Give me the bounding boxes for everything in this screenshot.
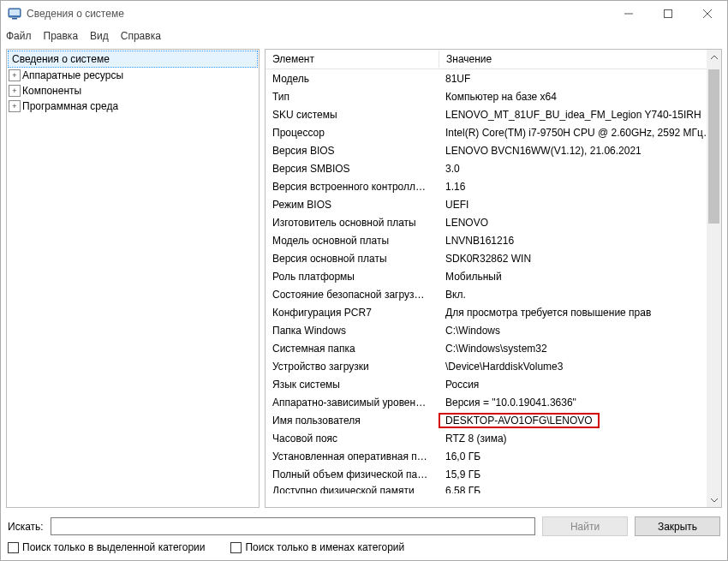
scroll-up-button[interactable]	[707, 50, 721, 64]
property-name: Полный объем физической па…	[266, 467, 439, 482]
table-row[interactable]: Роль платформыМобильный	[266, 267, 721, 285]
property-value: Мобильный	[439, 269, 721, 284]
tree-item-label: Программная среда	[22, 100, 118, 112]
scroll-thumb[interactable]	[708, 69, 719, 224]
table-row[interactable]: Состояние безопасной загруз…Вкл.	[266, 285, 721, 303]
table-row[interactable]: Версия SMBIOS3.0	[266, 159, 721, 177]
property-name: Режим BIOS	[266, 197, 439, 212]
category-tree[interactable]: Сведения о системе +Аппаратные ресурсы+К…	[6, 49, 260, 508]
table-row[interactable]: Полный объем физической па…15,9 ГБ	[266, 465, 721, 483]
menu-view[interactable]: Вид	[90, 30, 109, 42]
table-row[interactable]: Установленная оперативная п…16,0 ГБ	[266, 447, 721, 465]
table-row[interactable]: Аппаратно-зависимый уровен…Версия = "10.…	[266, 393, 721, 411]
expand-icon[interactable]: +	[9, 100, 21, 112]
property-value: Компьютер на базе x64	[439, 89, 721, 104]
tree-root[interactable]: Сведения о системе	[8, 51, 258, 68]
table-row[interactable]: Модель81UF	[266, 69, 721, 87]
tree-item-label: Компоненты	[22, 85, 81, 97]
table-row[interactable]: SKU системыLENOVO_MT_81UF_BU_idea_FM_Leg…	[266, 105, 721, 123]
detail-pane: Элемент Значение Модель81UFТипКомпьютер …	[265, 49, 722, 508]
table-row[interactable]: Язык системыРоссия	[266, 375, 721, 393]
property-value: DESKTOP-AVO1OFG\LENOVO	[439, 413, 721, 428]
property-value: C:\Windows	[439, 323, 721, 338]
property-name: Роль платформы	[266, 269, 439, 284]
scroll-down-button[interactable]	[707, 492, 721, 507]
property-name: SKU системы	[266, 107, 439, 122]
property-name: Модель основной платы	[266, 233, 439, 248]
table-row[interactable]: ПроцессорIntel(R) Core(TM) i7-9750H CPU …	[266, 123, 721, 141]
property-name: Версия основной платы	[266, 251, 439, 266]
table-row[interactable]: Модель основной платыLNVNB161216	[266, 231, 721, 249]
titlebar: Сведения о системе	[1, 1, 727, 27]
table-row[interactable]: Имя пользователяDESKTOP-AVO1OFG\LENOVO	[266, 411, 721, 429]
expand-icon[interactable]: +	[9, 69, 21, 81]
column-header-value[interactable]: Значение	[439, 51, 721, 68]
property-name: Модель	[266, 71, 439, 87]
checkbox-box-icon	[8, 542, 19, 553]
tree-item[interactable]: +Программная среда	[7, 98, 259, 114]
table-row[interactable]: ТипКомпьютер на базе x64	[266, 87, 721, 105]
find-button[interactable]: Найти	[542, 516, 628, 536]
menu-help[interactable]: Справка	[121, 30, 161, 42]
property-name: Папка Windows	[266, 323, 439, 338]
table-row[interactable]: Версия основной платыSDK0R32862 WIN	[266, 249, 721, 267]
property-value: Intel(R) Core(TM) i7-9750H CPU @ 2.60GHz…	[439, 125, 721, 140]
checkbox-selected-category[interactable]: Поиск только в выделенной категории	[8, 541, 205, 553]
checkbox-label: Поиск только в именах категорий	[245, 541, 404, 553]
maximize-button[interactable]	[648, 1, 688, 27]
property-name: Аппаратно-зависимый уровен…	[266, 395, 439, 410]
checkbox-box-icon	[230, 542, 242, 553]
property-value: C:\Windows\system32	[439, 341, 721, 356]
property-value: 81UF	[439, 71, 721, 87]
property-value: Версия = "10.0.19041.3636"	[439, 395, 721, 410]
property-value: Россия	[439, 377, 721, 392]
tree-item[interactable]: +Компоненты	[7, 83, 259, 98]
menu-edit[interactable]: Правка	[44, 30, 79, 42]
detail-header: Элемент Значение	[266, 50, 721, 69]
table-row[interactable]: Режим BIOSUEFI	[266, 195, 721, 213]
close-button[interactable]	[688, 1, 727, 27]
property-name: Конфигурация PCR7	[266, 305, 439, 320]
window-buttons	[609, 1, 727, 27]
property-name: Имя пользователя	[266, 413, 439, 428]
property-name: Системная папка	[266, 341, 439, 356]
svg-rect-1	[9, 9, 20, 15]
close-search-button[interactable]: Закрыть	[635, 516, 720, 536]
property-name: Версия SMBIOS	[266, 161, 439, 176]
property-value: Вкл.	[439, 287, 721, 302]
minimize-button[interactable]	[609, 1, 648, 27]
vertical-scrollbar[interactable]	[707, 50, 721, 507]
property-value: 16,0 ГБ	[439, 449, 721, 464]
search-input[interactable]	[51, 517, 535, 535]
table-row[interactable]: Часовой поясRTZ 8 (зима)	[266, 429, 721, 447]
app-icon	[8, 7, 21, 21]
property-name: Версия BIOS	[266, 143, 439, 158]
checkbox-category-names[interactable]: Поиск только в именах категорий	[230, 541, 404, 553]
property-value: Для просмотра требуется повышение прав	[439, 305, 721, 320]
column-header-element[interactable]: Элемент	[266, 51, 439, 68]
property-value: UEFI	[439, 197, 721, 212]
search-panel: Искать: Найти Закрыть Поиск только в выд…	[1, 511, 727, 560]
property-value: 6,58 ГБ	[439, 483, 721, 493]
scroll-track[interactable]	[707, 64, 721, 492]
property-value: LNVNB161216	[439, 233, 721, 248]
table-row[interactable]: Системная папкаC:\Windows\system32	[266, 339, 721, 357]
tree-item-label: Аппаратные ресурсы	[22, 69, 123, 81]
property-name: Установленная оперативная п…	[266, 449, 439, 464]
checkbox-label: Поиск только в выделенной категории	[22, 541, 205, 553]
property-name: Устройство загрузки	[266, 359, 439, 374]
table-row[interactable]: Версия встроенного контролл…1.16	[266, 177, 721, 195]
menu-file[interactable]: Файл	[6, 30, 32, 42]
menubar: Файл Правка Вид Справка	[1, 27, 727, 45]
table-row[interactable]: Доступно физической памяти6,58 ГБ	[266, 483, 721, 493]
expand-icon[interactable]: +	[9, 85, 21, 97]
table-row[interactable]: Папка WindowsC:\Windows	[266, 321, 721, 339]
table-row[interactable]: Конфигурация PCR7Для просмотра требуется…	[266, 303, 721, 321]
table-row[interactable]: Версия BIOSLENOVO BVCN16WW(V1.12), 21.06…	[266, 141, 721, 159]
tree-item[interactable]: +Аппаратные ресурсы	[7, 68, 259, 83]
property-value: 3.0	[439, 161, 721, 176]
table-row[interactable]: Устройство загрузки\Device\HarddiskVolum…	[266, 357, 721, 375]
table-row[interactable]: Изготовитель основной платыLENOVO	[266, 213, 721, 231]
detail-body[interactable]: Модель81UFТипКомпьютер на базе x64SKU си…	[266, 69, 721, 507]
property-value: LENOVO_MT_81UF_BU_idea_FM_Legion Y740-15…	[439, 107, 721, 122]
